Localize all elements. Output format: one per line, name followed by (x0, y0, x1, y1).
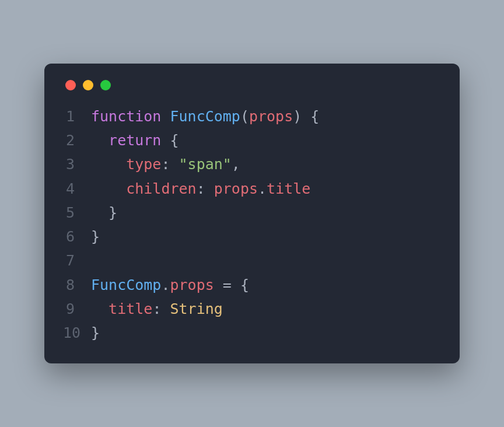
line-number: 8 (63, 273, 91, 297)
token: } (108, 204, 117, 221)
token (91, 180, 126, 197)
code-line: 7 (63, 249, 441, 272)
line-number: 5 (63, 201, 91, 225)
token: props (170, 276, 214, 293)
token: ) { (293, 108, 319, 125)
token (161, 132, 170, 149)
code-line: 6} (63, 225, 441, 249)
code-block: 1function FuncComp(props) {2 return {3 t… (63, 104, 441, 345)
line-content: title: String (91, 297, 223, 321)
minimize-icon[interactable] (83, 80, 93, 90)
line-number: 3 (63, 152, 91, 176)
token: = { (223, 276, 249, 293)
token: type (126, 156, 161, 173)
token (91, 204, 108, 221)
code-line: 10} (63, 321, 441, 345)
code-line: 4 children: props.title (63, 177, 441, 201)
token: , (232, 156, 240, 173)
code-line: 9 title: String (63, 297, 441, 321)
code-line: 3 type: "span", (63, 152, 441, 176)
line-content: type: "span", (91, 152, 240, 176)
token: return (108, 132, 161, 149)
code-line: 1function FuncComp(props) { (63, 104, 441, 128)
token: : (161, 156, 178, 173)
line-content: } (91, 321, 100, 345)
token (91, 132, 108, 149)
line-number: 10 (63, 321, 91, 345)
token: props (249, 108, 293, 125)
token (214, 276, 223, 293)
line-number: 7 (63, 249, 91, 272)
token: ( (240, 108, 249, 125)
token: . (258, 180, 267, 197)
line-content: FuncComp.props = { (91, 273, 249, 297)
token: { (170, 132, 178, 149)
token: "span" (179, 156, 232, 173)
close-icon[interactable] (65, 80, 76, 90)
code-line: 2 return { (63, 128, 441, 152)
line-number: 4 (63, 177, 91, 201)
code-line: 5 } (63, 201, 441, 225)
token: } (91, 324, 100, 341)
token: } (91, 228, 100, 245)
token: FuncComp (170, 108, 240, 125)
token: props (214, 180, 258, 197)
token (91, 300, 108, 317)
line-number: 9 (63, 297, 91, 321)
line-number: 2 (63, 128, 91, 152)
token: function (91, 108, 161, 125)
token: title (267, 180, 310, 197)
code-line: 8FuncComp.props = { (63, 273, 441, 297)
token: String (170, 300, 222, 317)
line-content: } (91, 201, 117, 225)
token: children (126, 180, 196, 197)
token (161, 108, 170, 125)
token: FuncComp (91, 276, 161, 293)
token: . (161, 276, 170, 293)
line-content: return { (91, 128, 179, 152)
line-number: 6 (63, 225, 91, 249)
line-content: children: props.title (91, 177, 310, 201)
token: : (152, 300, 170, 317)
code-window: 1function FuncComp(props) {2 return {3 t… (44, 64, 460, 364)
line-content: } (91, 225, 100, 249)
line-content: function FuncComp(props) { (91, 104, 319, 128)
token: title (108, 300, 152, 317)
token (91, 156, 126, 173)
window-titlebar (63, 80, 441, 90)
line-number: 1 (63, 104, 91, 128)
maximize-icon[interactable] (100, 80, 111, 90)
token: : (197, 180, 214, 197)
